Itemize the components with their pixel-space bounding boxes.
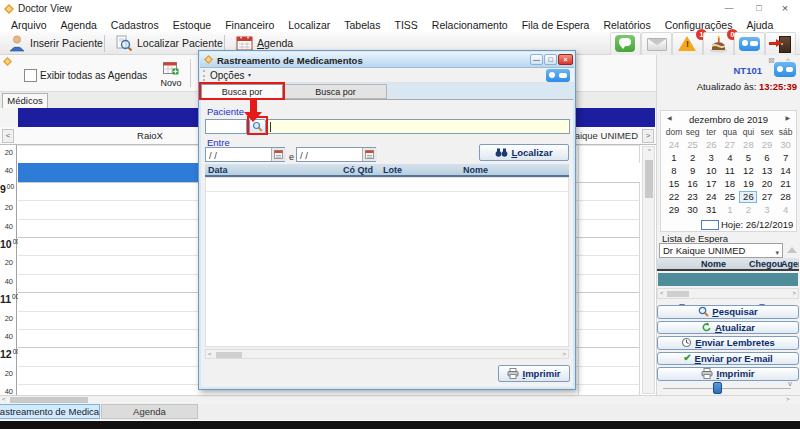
calendar-day[interactable]: 27: [758, 191, 776, 203]
dialog-close-button[interactable]: ×: [558, 54, 573, 65]
calendar-day[interactable]: 29: [758, 139, 776, 151]
calendar-day[interactable]: 30: [684, 204, 702, 216]
dialog-maximize-button[interactable]: □: [544, 54, 557, 65]
calendar-day[interactable]: 2: [739, 204, 757, 216]
calendar-day[interactable]: 5: [739, 152, 757, 164]
bottom-tab-rastreamento[interactable]: Rastreamento de Medicamentos: [0, 404, 100, 419]
calendar-day[interactable]: 18: [721, 178, 739, 190]
doctor-dropdown[interactable]: Dr Kaique UNIMED ▾: [659, 243, 783, 258]
calendar-day[interactable]: 1: [721, 204, 739, 216]
wait-list-scrollbar[interactable]: < >: [657, 288, 799, 299]
menu-item-localizar[interactable]: Localizar: [281, 18, 337, 32]
calendar-day[interactable]: 19: [739, 178, 757, 190]
calendar-day[interactable]: 16: [684, 178, 702, 190]
calendar-day[interactable]: 15: [665, 178, 683, 190]
sidebar-contacts-icon[interactable]: [774, 62, 796, 77]
options-menu[interactable]: Opções: [210, 70, 244, 81]
calendar-day[interactable]: 17: [702, 178, 720, 190]
calendar-day[interactable]: 10: [702, 165, 720, 177]
calendar-day[interactable]: 12: [739, 165, 757, 177]
scroll-left-icon[interactable]: <: [208, 351, 212, 357]
dialog-scroll-thumb[interactable]: [216, 352, 242, 358]
calendar-day[interactable]: 1: [665, 152, 683, 164]
localizar-button[interactable]: Localizar: [479, 144, 569, 161]
date-to-picker-icon[interactable]: [362, 148, 377, 161]
calendar-day[interactable]: 20: [758, 178, 776, 190]
calendar-day[interactable]: 24: [665, 139, 683, 151]
close-button[interactable]: ×: [774, 2, 796, 16]
calendar-next-icon[interactable]: ▶: [785, 114, 790, 121]
collapse-handle-icon[interactable]: [787, 247, 797, 253]
menu-item-cadastros[interactable]: Cadastros: [104, 18, 166, 32]
wait-scroll-thumb[interactable]: [667, 291, 689, 297]
menu-item-tabelas[interactable]: Tabelas: [337, 18, 387, 32]
calendar-today-label[interactable]: Hoje: 26/12/2019: [721, 219, 793, 230]
col-lote[interactable]: Lote: [383, 165, 402, 175]
calendar-day[interactable]: 25: [684, 139, 702, 151]
calendar-day[interactable]: 28: [739, 139, 757, 151]
contacts-button[interactable]: [734, 32, 765, 56]
date-from-input[interactable]: / /: [205, 147, 285, 162]
birthdays-button[interactable]: 0: [703, 32, 734, 56]
mail-button[interactable]: [641, 32, 672, 56]
horizontal-scrollbar[interactable]: < >: [0, 395, 800, 404]
tab-busca-medicamentos[interactable]: Busca por Medicamentos: [284, 84, 387, 99]
show-all-agendas-checkbox[interactable]: [24, 69, 37, 82]
calendar-day[interactable]: 7: [777, 152, 795, 164]
menu-item-relatórios[interactable]: Relatórios: [596, 18, 657, 32]
menu-item-financeiro[interactable]: Financeiro: [218, 18, 281, 32]
alerts-button[interactable]: ! 1: [672, 32, 703, 56]
chat-button[interactable]: [610, 32, 641, 56]
calendar-day[interactable]: 25: [721, 191, 739, 203]
menu-item-tiss[interactable]: TISS: [387, 18, 424, 32]
exit-button[interactable]: [765, 32, 796, 56]
calendar-day[interactable]: 13: [758, 165, 776, 177]
scroll-right-icon[interactable]: >: [786, 396, 790, 402]
calendar-day[interactable]: 28: [777, 191, 795, 203]
calendar-day[interactable]: 14: [777, 165, 795, 177]
calendar-day[interactable]: 9: [684, 165, 702, 177]
menu-item-estoque[interactable]: Estoque: [166, 18, 219, 32]
scroll-down-icon[interactable]: v: [788, 379, 792, 388]
patient-code-input[interactable]: [205, 119, 247, 134]
pesquisar-button[interactable]: Pesquisar: [657, 305, 799, 319]
calendar-day[interactable]: 24: [702, 191, 720, 203]
dialog-scrollbar[interactable]: < >: [205, 349, 569, 359]
horizontal-scroll-thumb[interactable]: [10, 397, 88, 403]
scroll-left-icon[interactable]: <: [660, 290, 664, 296]
calendar-day[interactable]: 3: [702, 152, 720, 164]
calendar-day[interactable]: 27: [721, 139, 739, 151]
imprimir-button[interactable]: Imprimir: [657, 367, 799, 381]
insert-patient-button[interactable]: Inserir Paciente: [4, 33, 107, 53]
menu-item-arquivo[interactable]: Arquivo: [4, 18, 54, 32]
dialog-contacts-icon[interactable]: [546, 69, 570, 82]
scroll-up-icon[interactable]: ^: [643, 148, 656, 154]
menu-item-fila-de-espera[interactable]: Fila de Espera: [515, 18, 597, 32]
new-agenda-button[interactable]: Novo: [158, 78, 184, 88]
calendar-day[interactable]: 23: [684, 191, 702, 203]
zoom-slider-thumb[interactable]: [713, 382, 722, 394]
calendar-day[interactable]: 3: [758, 204, 776, 216]
col-nome[interactable]: Nome: [463, 165, 488, 175]
menu-item-relacionamento[interactable]: Relacionamento: [425, 18, 515, 32]
wait-list-row[interactable]: [658, 273, 798, 286]
print-button[interactable]: Imprimir: [498, 365, 570, 382]
calendar-day[interactable]: 2: [684, 152, 702, 164]
date-to-input[interactable]: / /: [296, 147, 376, 162]
enviar-por-e-mail-button[interactable]: ✔Enviar por E-mail: [657, 352, 799, 366]
calendar-day[interactable]: 30: [777, 139, 795, 151]
atualizar-button[interactable]: Atualizar: [657, 321, 799, 335]
menu-item-agenda[interactable]: Agenda: [54, 18, 104, 32]
dialog-minimize-button[interactable]: —: [530, 54, 543, 65]
bottom-tab-agenda[interactable]: Agenda: [101, 404, 198, 419]
scroll-left-button[interactable]: <: [2, 129, 14, 143]
scroll-right-icon[interactable]: >: [562, 351, 566, 357]
calendar-day[interactable]: 22: [665, 191, 683, 203]
results-table-body[interactable]: [205, 177, 569, 347]
col-co-qtd[interactable]: Có Qtd: [343, 165, 373, 175]
scroll-right-icon[interactable]: >: [792, 290, 796, 296]
scroll-left-icon[interactable]: <: [2, 396, 6, 402]
calendar-day[interactable]: 21: [777, 178, 795, 190]
vertical-scroll-thumb[interactable]: [645, 160, 653, 198]
calendar-day[interactable]: 29: [665, 204, 683, 216]
